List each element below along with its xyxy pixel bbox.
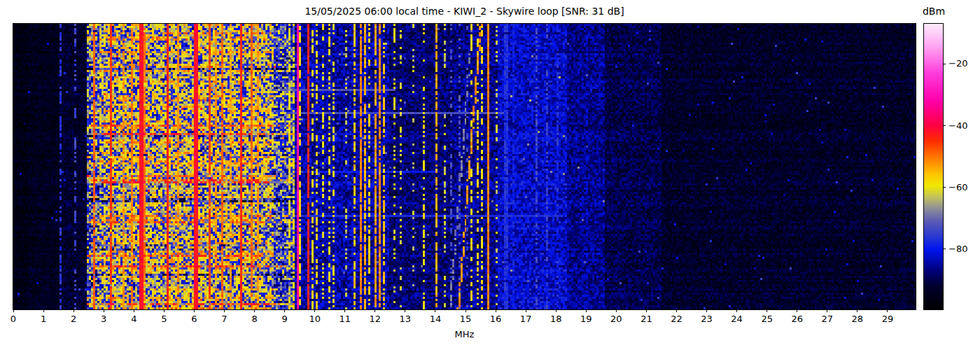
x-tick-mark	[646, 309, 647, 312]
colorbar-tick-mark	[943, 64, 946, 64]
x-tick-label: 20	[606, 314, 626, 324]
x-tick-mark	[104, 309, 104, 312]
x-tick-mark	[224, 309, 225, 312]
x-tick-mark	[887, 309, 888, 312]
x-tick-label: 8	[244, 314, 265, 324]
x-tick-label: 10	[304, 314, 326, 324]
x-tick-mark	[556, 309, 556, 312]
x-tick-mark	[254, 309, 255, 312]
x-tick-mark	[766, 309, 767, 312]
colorbar-tick-mark	[943, 248, 946, 249]
x-tick-label: 5	[153, 314, 174, 324]
x-tick-label: 3	[93, 314, 114, 324]
x-tick-label: 13	[395, 314, 416, 324]
x-tick-mark	[797, 309, 797, 312]
x-tick-mark	[344, 309, 345, 312]
x-tick-mark	[74, 309, 74, 312]
x-tick-mark	[194, 309, 195, 312]
x-tick-label: 14	[425, 314, 446, 324]
x-tick-mark	[496, 309, 496, 312]
x-tick-mark	[706, 309, 707, 312]
colorbar-tick-label: −80	[948, 244, 967, 255]
x-tick-label: 7	[214, 314, 234, 324]
colorbar	[923, 23, 944, 310]
x-tick-mark	[13, 309, 14, 312]
x-tick-label: 22	[666, 314, 687, 324]
x-axis-label: MHz	[13, 329, 916, 340]
x-tick-label: 29	[877, 314, 898, 324]
x-tick-label: 11	[335, 314, 356, 324]
x-tick-label: 27	[817, 314, 838, 324]
x-tick-label: 4	[123, 314, 144, 324]
spectrogram-plot	[13, 23, 916, 310]
x-tick-label: 21	[636, 314, 657, 324]
spectrogram-figure: 15/05/2025 06:00 local time - KIWI_2 - S…	[0, 0, 980, 350]
x-tick-mark	[586, 309, 587, 312]
x-tick-mark	[616, 309, 617, 312]
colorbar-canvas	[924, 24, 943, 309]
x-tick-mark	[736, 309, 737, 312]
colorbar-tick-mark	[943, 187, 946, 188]
x-tick-mark	[374, 309, 375, 312]
waterfall-canvas	[13, 24, 916, 309]
plot-title: 15/05/2025 06:00 local time - KIWI_2 - S…	[13, 6, 916, 17]
colorbar-tick-label: −60	[948, 182, 967, 193]
x-tick-mark	[284, 309, 285, 312]
colorbar-tick-label: −20	[948, 58, 967, 69]
x-tick-label: 24	[727, 314, 748, 324]
x-tick-mark	[857, 309, 858, 312]
x-tick-label: 23	[696, 314, 718, 324]
x-tick-label: 17	[515, 314, 536, 324]
x-tick-label: 6	[183, 314, 204, 324]
x-tick-label: 1	[33, 314, 54, 324]
x-tick-mark	[526, 309, 526, 312]
x-tick-mark	[314, 309, 315, 312]
x-tick-label: 12	[365, 314, 386, 324]
x-tick-label: 26	[787, 314, 808, 324]
colorbar-tick-label: −40	[948, 120, 967, 132]
x-tick-mark	[134, 309, 134, 312]
x-tick-mark	[827, 309, 827, 312]
colorbar-unit-label: dBm	[916, 6, 952, 17]
x-tick-mark	[435, 309, 435, 312]
x-tick-mark	[164, 309, 164, 312]
x-tick-mark	[405, 309, 405, 312]
x-tick-label: 15	[455, 314, 476, 324]
x-tick-mark	[43, 309, 44, 312]
x-tick-label: 18	[545, 314, 566, 324]
colorbar-tick-mark	[943, 125, 946, 126]
x-tick-label: 9	[274, 314, 295, 324]
x-tick-label: 16	[485, 314, 506, 324]
x-tick-label: 25	[757, 314, 778, 324]
x-tick-label: 2	[63, 314, 84, 324]
x-tick-mark	[676, 309, 677, 312]
x-tick-mark	[465, 309, 466, 312]
x-tick-label: 19	[575, 314, 596, 324]
x-tick-label: 28	[847, 314, 868, 324]
x-tick-label: 0	[3, 314, 24, 324]
